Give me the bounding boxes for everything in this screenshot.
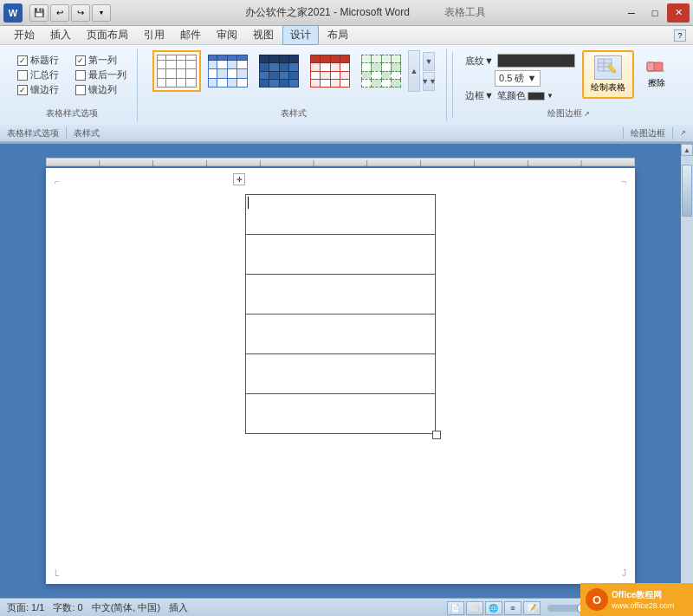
scroll-up-button[interactable]: ▲ xyxy=(681,144,693,156)
table-cell[interactable] xyxy=(246,195,436,235)
minimize-button[interactable]: ─ xyxy=(620,3,643,23)
view-web-button[interactable]: 🌐 xyxy=(485,601,502,615)
menu-references[interactable]: 引用 xyxy=(137,26,172,44)
table-cell[interactable] xyxy=(246,235,436,275)
section-label-styles: 表样式 xyxy=(74,127,624,139)
table-resize-handle[interactable] xyxy=(432,431,441,439)
table-cell[interactable] xyxy=(246,394,436,434)
table-row xyxy=(246,195,436,235)
office-logo-text: Office教程网 www.office28.com xyxy=(612,589,674,610)
title-bar: W 💾 ↩ ↪ ▼ 办公软件之家2021 - Microsoft Word 表格… xyxy=(0,0,693,26)
styles-group-label: 表样式 xyxy=(281,106,307,120)
table-cell[interactable] xyxy=(246,275,436,314)
expand-arrow[interactable]: ↗ xyxy=(680,129,686,137)
pen-style-selector[interactable]: ▼ xyxy=(497,54,575,68)
menu-review[interactable]: 审阅 xyxy=(210,26,244,44)
table-style-dotted[interactable] xyxy=(357,50,405,92)
undo-button[interactable]: ↩ xyxy=(50,4,69,22)
ruler-marks: |||||||||| xyxy=(47,159,634,165)
section-label-options: 表格样式选项 xyxy=(7,127,67,139)
section-label-draw: 绘图边框 xyxy=(631,127,673,139)
text-cursor xyxy=(248,197,249,209)
table-row xyxy=(246,235,436,275)
scrollbar-track[interactable] xyxy=(681,156,693,586)
save-button[interactable]: 💾 xyxy=(29,4,49,22)
menu-insert[interactable]: 插入 xyxy=(43,26,78,44)
checkbox-first-col[interactable]: 第一列 xyxy=(75,54,126,67)
office-site-url: www.office28.com xyxy=(612,601,674,610)
checkbox-total-row[interactable]: 汇总行 xyxy=(17,68,68,81)
view-draft-button[interactable]: 📝 xyxy=(523,601,541,615)
table-style-plain[interactable] xyxy=(152,50,201,92)
menu-page-layout[interactable]: 页面布局 xyxy=(80,26,135,44)
pen-color-row: 边框▼ 笔颜色 ▼ xyxy=(465,89,575,102)
checkbox-banded-cols[interactable]: 镶边列 xyxy=(75,83,126,96)
redo-button[interactable]: ↪ xyxy=(71,4,90,22)
first-col-check[interactable] xyxy=(75,55,86,66)
pen-color-selector[interactable]: 笔颜色 ▼ xyxy=(497,89,554,102)
pen-size-input[interactable]: 0.5 磅 ▼ xyxy=(495,70,541,87)
edit-mode: 插入 xyxy=(169,601,188,614)
draw-group-label: 绘图边框 ↗ xyxy=(547,106,591,120)
table-style-blue[interactable] xyxy=(204,50,252,92)
checkbox-last-col[interactable]: 最后一列 xyxy=(75,68,126,81)
menu-view[interactable]: 视图 xyxy=(246,26,281,44)
styles-scroll-up[interactable]: ▲ xyxy=(408,50,420,92)
svg-rect-7 xyxy=(647,62,654,71)
pen-size-row: 0.5 磅 ▼ xyxy=(465,70,575,87)
menu-layout[interactable]: 布局 xyxy=(321,26,355,44)
draw-table-button[interactable]: 绘制表格 xyxy=(582,50,634,99)
styles-more[interactable]: ▼▼ xyxy=(423,72,435,91)
checkbox-banded-rows[interactable]: 镶边行 xyxy=(17,83,68,96)
menu-bar: 开始 插入 页面布局 引用 邮件 审阅 视图 设计 布局 ? xyxy=(0,26,693,45)
draw-group-expand[interactable]: ↗ xyxy=(584,110,590,118)
close-button[interactable]: ✕ xyxy=(667,3,690,23)
options-checkboxes: 标题行 第一列 汇总行 最后一列 xyxy=(14,50,130,106)
table-cell[interactable] xyxy=(246,314,436,354)
corner-mark-tl: ⌐ xyxy=(55,177,62,184)
ribbon-group-draw: 底纹▼ ▼ 0.5 磅 ▼ 边框▼ 笔颜色 xyxy=(455,49,683,121)
dropdown-button[interactable]: ▼ xyxy=(92,4,111,22)
view-buttons: 📄 ⬜ 🌐 ≡ 📝 xyxy=(447,601,541,615)
erase-label: 擦除 xyxy=(648,77,665,89)
table-style-red[interactable] xyxy=(306,50,354,92)
office-site-name: Office教程网 xyxy=(612,589,674,601)
menu-design[interactable]: 设计 xyxy=(282,25,319,45)
word-count: 字数: 0 xyxy=(53,601,82,614)
last-col-check[interactable] xyxy=(75,70,86,81)
total-row-check[interactable] xyxy=(17,70,28,81)
erase-svg xyxy=(645,55,668,75)
draw-table-svg xyxy=(596,57,620,78)
view-outline-button[interactable]: ≡ xyxy=(504,601,521,615)
banded-cols-check[interactable] xyxy=(75,85,86,95)
menu-mailings[interactable]: 邮件 xyxy=(173,26,208,44)
header-row-check[interactable] xyxy=(17,55,28,66)
menu-home[interactable]: 开始 xyxy=(7,26,42,44)
table-move-handle[interactable]: ✛ xyxy=(233,173,245,185)
app-title: 办公软件之家2021 - Microsoft Word 表格工具 xyxy=(111,5,620,20)
quick-access-toolbar: 💾 ↩ ↪ ▼ xyxy=(29,4,111,22)
draw-table-icon xyxy=(594,55,622,80)
pen-options: 底纹▼ ▼ 0.5 磅 ▼ 边框▼ 笔颜色 xyxy=(462,50,579,106)
table-style-dark[interactable] xyxy=(255,50,303,92)
color-swatch xyxy=(528,92,545,101)
ribbon: 标题行 第一列 汇总行 最后一列 xyxy=(0,45,693,144)
ribbon-content: 标题行 第一列 汇总行 最后一列 xyxy=(0,45,693,125)
table-cell[interactable] xyxy=(246,354,436,394)
document-table[interactable] xyxy=(245,194,436,434)
table-styles-list: ▲ ▼ ▼▼ xyxy=(152,50,435,92)
help-button[interactable]: ? xyxy=(674,29,686,42)
scrollbar-thumb[interactable] xyxy=(682,165,692,217)
banded-rows-check[interactable] xyxy=(17,85,28,95)
corner-mark-br: J xyxy=(619,568,626,575)
table-container: ✛ xyxy=(245,185,436,434)
view-fullscreen-button[interactable]: ⬜ xyxy=(466,601,483,615)
document-area: |||||||||| ⌐ ¬ L J ✛ xyxy=(0,144,681,598)
checkbox-header-row[interactable]: 标题行 xyxy=(17,54,68,67)
maximize-button[interactable]: □ xyxy=(644,3,666,23)
ribbon-group-options: 标题行 第一列 汇总行 最后一列 xyxy=(7,49,138,121)
view-print-button[interactable]: 📄 xyxy=(447,601,464,615)
styles-scroll-down[interactable]: ▼ xyxy=(423,52,435,71)
table-row xyxy=(246,314,436,354)
erase-button[interactable]: 擦除 xyxy=(638,50,676,93)
